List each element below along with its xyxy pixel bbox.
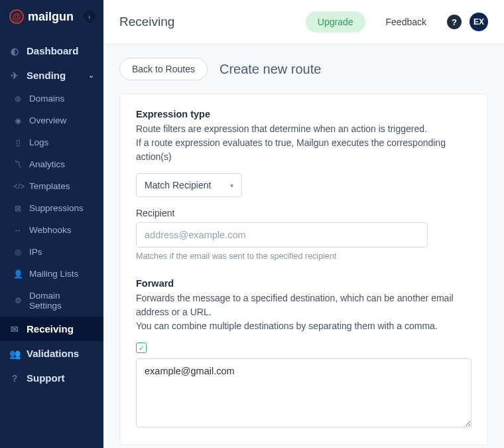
- sidebar-item-label: Domains: [29, 94, 64, 104]
- sidebar-item-label: Sending: [27, 70, 66, 81]
- upgrade-button[interactable]: Upgrade: [306, 11, 365, 33]
- forward-section: Forward Forwards the message to a specif…: [136, 278, 472, 430]
- recipient-input[interactable]: [136, 222, 428, 248]
- sidebar-item-label: Suppressions: [29, 203, 84, 213]
- pin-icon: ◎: [13, 248, 23, 257]
- sidebar-item-label: Domain Settings: [29, 291, 94, 311]
- sidebar-item-label: Mailing Lists: [29, 269, 78, 279]
- brand: @ mailgun ‹: [0, 0, 103, 33]
- expression-type-section: Expression type Route filters are expres…: [136, 109, 472, 261]
- link-icon: ↔: [13, 226, 23, 235]
- expression-type-title: Expression type: [136, 109, 472, 119]
- sidebar-item-overview[interactable]: ◉ Overview: [0, 110, 103, 131]
- file-icon: ▯: [13, 138, 23, 147]
- chart-icon: 〽: [13, 160, 23, 169]
- globe-icon: ⊕: [13, 94, 23, 104]
- content-header: Back to Routes Create new route: [119, 58, 488, 80]
- sidebar-collapse-button[interactable]: ‹: [84, 11, 95, 23]
- forward-enable-checkbox[interactable]: ✓: [136, 342, 147, 353]
- recipient-label: Recipient: [136, 208, 472, 218]
- sidebar-item-sending[interactable]: ✈ Sending ⌄: [0, 63, 103, 88]
- sidebar-item-label: Validations: [27, 348, 79, 359]
- sidebar-item-ips[interactable]: ◎ IPs: [0, 241, 103, 263]
- topbar: Receiving Upgrade Feedback ? EX: [103, 0, 504, 44]
- gauge-icon: ◐: [9, 46, 20, 56]
- sidebar-item-label: Analytics: [29, 159, 65, 169]
- code-icon: </>: [13, 182, 23, 191]
- forward-description: Forwards the message to a specified dest…: [136, 291, 472, 333]
- envelope-icon: ✉: [9, 324, 20, 335]
- sidebar-item-label: Receiving: [27, 323, 74, 335]
- chevron-down-icon: ▾: [230, 182, 233, 189]
- select-value: Match Recipient: [145, 180, 211, 190]
- user-check-icon: 👥: [9, 348, 20, 359]
- route-form-card: Expression type Route filters are expres…: [119, 94, 488, 445]
- feedback-button[interactable]: Feedback: [373, 11, 439, 33]
- sidebar-item-domains[interactable]: ⊕ Domains: [0, 88, 103, 110]
- sidebar-item-label: Overview: [29, 115, 66, 125]
- question-icon: ?: [9, 373, 20, 384]
- page-title: Receiving: [119, 15, 174, 29]
- sidebar-item-label: Webhooks: [29, 225, 72, 235]
- sidebar-item-mailing-lists[interactable]: 👤 Mailing Lists: [0, 263, 103, 285]
- eye-icon: ◉: [13, 116, 23, 125]
- back-to-routes-button[interactable]: Back to Routes: [119, 58, 208, 80]
- block-icon: ⊠: [13, 204, 23, 213]
- forward-title: Forward: [136, 278, 472, 289]
- sidebar-item-suppressions[interactable]: ⊠ Suppressions: [0, 197, 103, 219]
- avatar[interactable]: EX: [470, 13, 488, 31]
- sidebar-item-support[interactable]: ? Support: [0, 366, 103, 390]
- sidebar-item-label: IPs: [29, 247, 42, 257]
- sidebar-item-analytics[interactable]: 〽 Analytics: [0, 153, 103, 175]
- brand-name: mailgun: [28, 10, 74, 24]
- sidebar-item-domain-settings[interactable]: ⚙ Domain Settings: [0, 285, 103, 317]
- sidebar-nav: ◐ Dashboard ✈ Sending ⌄ ⊕ Domains ◉ Over…: [0, 33, 103, 390]
- sidebar-item-label: Templates: [29, 181, 70, 191]
- expression-type-select[interactable]: Match Recipient ▾: [136, 173, 242, 197]
- expression-type-description: Route filters are expression that determ…: [136, 122, 472, 164]
- brand-logo-icon: @: [9, 9, 24, 24]
- sidebar-item-label: Logs: [29, 137, 48, 147]
- sidebar-item-dashboard[interactable]: ◐ Dashboard: [0, 38, 103, 63]
- gear-icon: ⚙: [13, 296, 23, 305]
- sidebar-item-label: Support: [27, 372, 65, 384]
- sidebar-item-receiving[interactable]: ✉ Receiving: [0, 317, 103, 341]
- chevron-down-icon: ⌄: [88, 71, 94, 80]
- sidebar-item-validations[interactable]: 👥 Validations: [0, 341, 103, 366]
- user-icon: 👤: [13, 269, 23, 279]
- sidebar-item-webhooks[interactable]: ↔ Webhooks: [0, 219, 103, 241]
- sidebar: @ mailgun ‹ ◐ Dashboard ✈ Sending ⌄ ⊕ Do…: [0, 0, 103, 448]
- content: Back to Routes Create new route Expressi…: [103, 44, 504, 448]
- help-icon[interactable]: ?: [447, 15, 462, 29]
- sidebar-item-logs[interactable]: ▯ Logs: [0, 131, 103, 153]
- main: Receiving Upgrade Feedback ? EX Back to …: [103, 0, 504, 448]
- content-title: Create new route: [220, 62, 321, 77]
- forward-destination-textarea[interactable]: [136, 358, 472, 427]
- recipient-helper-text: Matches if the email was sent to the spe…: [136, 252, 472, 261]
- paper-plane-icon: ✈: [9, 70, 20, 81]
- sidebar-item-templates[interactable]: </> Templates: [0, 175, 103, 197]
- sidebar-item-label: Dashboard: [27, 45, 78, 56]
